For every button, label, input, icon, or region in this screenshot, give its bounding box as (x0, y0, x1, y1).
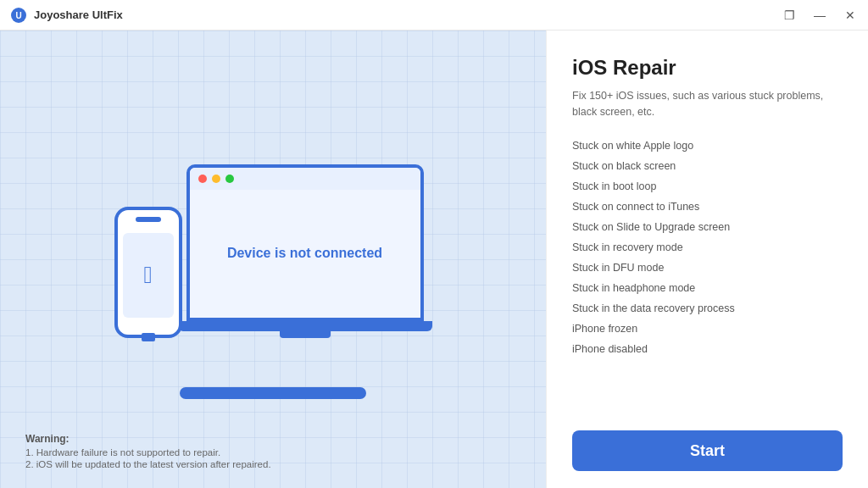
usb-cable-icon (180, 387, 366, 399)
iphone-notch (136, 217, 161, 222)
issue-list-item: Stuck in DFU mode (572, 258, 836, 278)
ios-repair-title: iOS Repair (572, 56, 843, 80)
issues-list[interactable]: Stuck on white Apple logoStuck on black … (572, 136, 843, 418)
dot-red-icon (198, 175, 207, 183)
apple-logo-icon:  (143, 262, 152, 289)
issue-list-item: Stuck on connect to iTunes (572, 197, 836, 217)
main-content:  Device is not connected (0, 30, 868, 488)
ios-repair-description: Fix 150+ iOS issues, such as various stu… (572, 88, 843, 120)
iphone-screen:  (123, 233, 174, 318)
app-logo-icon: U (10, 7, 27, 24)
laptop-device: Device is not connected (178, 164, 432, 338)
usb-connector-icon (142, 333, 155, 341)
svg-text:U: U (15, 11, 21, 20)
laptop-stand (280, 331, 331, 338)
laptop-base (178, 321, 432, 331)
issue-list-item: Stuck in the data recovery process (572, 298, 836, 319)
restore-button[interactable]: ❐ (782, 8, 797, 23)
warning-title: Warning: (25, 433, 271, 445)
warning-item-1: 1. Hardware failure is not supported to … (25, 447, 271, 458)
right-panel: iOS Repair Fix 150+ iOS issues, such as … (546, 30, 868, 488)
title-bar: U Joyoshare UltFix ❐ — ✕ (0, 0, 868, 30)
dot-green-icon (225, 175, 234, 183)
warning-section: Warning: 1. Hardware failure is not supp… (25, 433, 271, 471)
issues-list-container: Stuck on white Apple logoStuck on black … (572, 136, 843, 418)
issue-list-item: Stuck in boot loop (572, 176, 836, 197)
issue-list-item: Stuck on Slide to Upgrade screen (572, 217, 836, 237)
device-not-connected-label: Device is not connected (227, 246, 382, 261)
issue-list-item: iPhone frozen (572, 319, 836, 339)
title-bar-controls: ❐ — ✕ (782, 8, 858, 23)
laptop-screen: Device is not connected (186, 164, 424, 321)
warning-item-2: 2. iOS will be updated to the latest ver… (25, 459, 271, 469)
device-illustration:  Device is not connected (114, 164, 432, 338)
app-title: Joyoshare UltFix (34, 8, 123, 21)
laptop-titlebar (190, 168, 420, 190)
issue-list-item: Stuck in recovery mode (572, 237, 836, 258)
cable-container (180, 387, 366, 399)
dot-yellow-icon (212, 175, 220, 183)
left-panel:  Device is not connected (0, 30, 546, 488)
issue-list-item: Stuck on white Apple logo (572, 136, 836, 156)
issue-list-item: iPhone disabled (572, 339, 836, 359)
laptop-content: Device is not connected (190, 190, 420, 318)
minimize-button[interactable]: — (812, 8, 827, 23)
close-button[interactable]: ✕ (843, 8, 858, 23)
title-bar-left: U Joyoshare UltFix (10, 7, 123, 24)
issue-list-item: Stuck on black screen (572, 156, 836, 176)
iphone-device:  (114, 207, 182, 338)
issue-list-item: Stuck in headphone mode (572, 278, 836, 298)
start-button[interactable]: Start (572, 430, 843, 471)
